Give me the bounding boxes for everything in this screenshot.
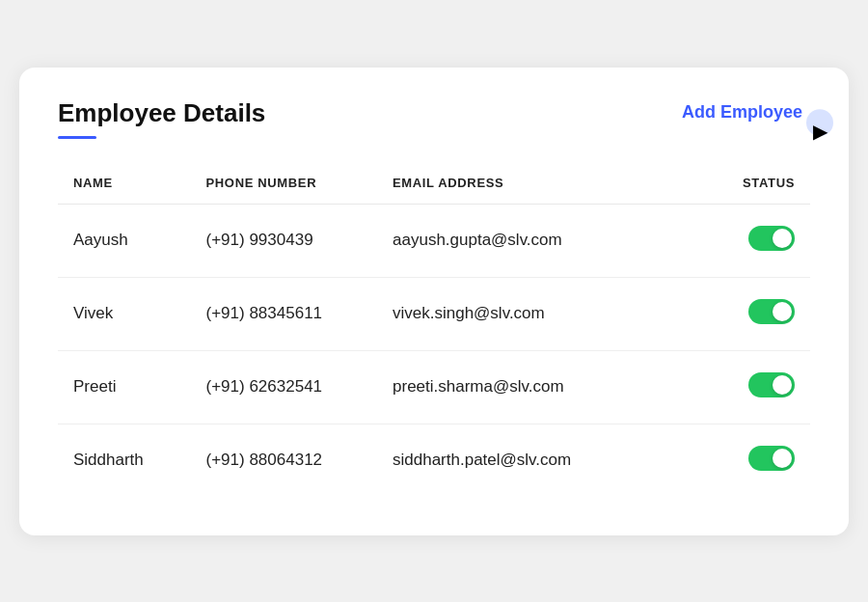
table-row: Vivek(+91) 88345611vivek.singh@slv.com <box>58 277 810 350</box>
employee-status-cell <box>696 204 810 277</box>
toggle-track <box>748 372 795 397</box>
table-row: Preeti(+91) 62632541preeti.sharma@slv.co… <box>58 350 810 424</box>
status-toggle[interactable] <box>748 299 795 324</box>
employee-phone: (+91) 88345611 <box>191 277 378 350</box>
employee-phone: (+91) 62632541 <box>191 350 378 424</box>
status-toggle[interactable] <box>748 372 795 397</box>
col-header-status: STATUS <box>696 166 810 205</box>
toggle-thumb <box>773 229 792 248</box>
title-underline <box>58 136 96 139</box>
page-title: Employee Details <box>58 98 265 128</box>
title-section: Employee Details <box>58 98 265 139</box>
toggle-thumb <box>773 449 792 468</box>
employee-details-card: Employee Details Add Employee ▶ NAME PHO… <box>19 68 849 535</box>
employee-phone: (+91) 88064312 <box>191 424 378 497</box>
card-header: Employee Details Add Employee ▶ <box>58 98 810 139</box>
add-employee-button[interactable]: Add Employee <box>674 98 810 126</box>
employee-email: aayush.gupta@slv.com <box>377 204 696 277</box>
employee-name: Siddharth <box>58 424 191 497</box>
status-toggle[interactable] <box>748 226 795 251</box>
toggle-track <box>748 446 795 471</box>
col-header-phone: PHONE NUMBER <box>191 166 378 205</box>
table-body: Aayush(+91) 9930439aayush.gupta@slv.comV… <box>58 204 810 497</box>
employee-name: Aayush <box>58 204 191 277</box>
toggle-thumb <box>773 375 792 395</box>
col-header-name: NAME <box>58 166 191 205</box>
employee-status-cell <box>696 424 810 497</box>
employee-email: vivek.singh@slv.com <box>377 277 696 350</box>
table-row: Siddharth(+91) 88064312siddharth.patel@s… <box>58 424 810 497</box>
employee-table: NAME PHONE NUMBER EMAIL ADDRESS STATUS A… <box>58 166 810 497</box>
status-toggle[interactable] <box>748 446 795 471</box>
toggle-track <box>748 226 795 251</box>
employee-status-cell <box>696 277 810 350</box>
employee-name: Vivek <box>58 277 191 350</box>
col-header-email: EMAIL ADDRESS <box>377 166 696 205</box>
employee-name: Preeti <box>58 350 191 424</box>
cursor-icon: ▶ <box>813 120 827 143</box>
employee-email: siddharth.patel@slv.com <box>377 424 696 497</box>
table-row: Aayush(+91) 9930439aayush.gupta@slv.com <box>58 204 810 277</box>
employee-status-cell <box>696 350 810 424</box>
employee-phone: (+91) 9930439 <box>191 204 378 277</box>
toggle-thumb <box>773 302 792 321</box>
toggle-track <box>748 299 795 324</box>
employee-email: preeti.sharma@slv.com <box>377 350 696 424</box>
table-header: NAME PHONE NUMBER EMAIL ADDRESS STATUS <box>58 166 810 205</box>
